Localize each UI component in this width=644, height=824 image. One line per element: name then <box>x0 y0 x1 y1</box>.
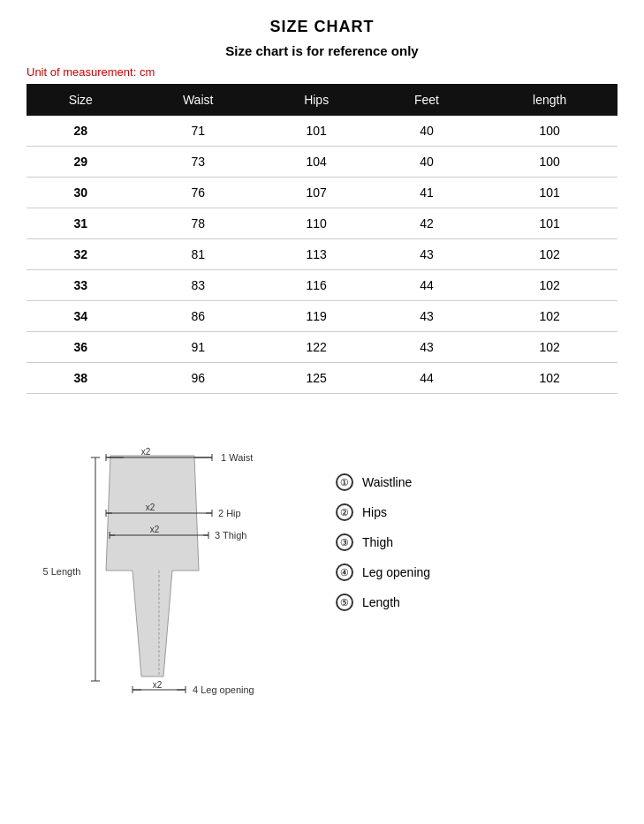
table-cell: 43 <box>372 239 482 270</box>
col-hips: Hips <box>261 84 372 116</box>
table-cell: 38 <box>27 363 135 394</box>
legend-item-1: ① Waistline <box>336 473 609 491</box>
table-cell: 73 <box>135 147 261 178</box>
table-cell: 86 <box>135 301 261 332</box>
legend-label-1: Waistline <box>362 475 412 489</box>
pants-diagram: x2 1 Waist x2 2 Hip x2 3 Thigh 5 Length <box>35 420 318 721</box>
legend-item-3: ③ Thigh <box>336 533 609 551</box>
page-title: SIZE CHART <box>27 18 617 36</box>
col-length: length <box>481 84 617 116</box>
table-cell: 102 <box>481 270 617 301</box>
table-row: 348611943102 <box>27 301 617 332</box>
table-cell: 44 <box>372 363 482 394</box>
table-row: 287110140100 <box>27 116 617 147</box>
table-cell: 100 <box>481 147 617 178</box>
table-cell: 100 <box>481 116 617 147</box>
diagram-section: x2 1 Waist x2 2 Hip x2 3 Thigh 5 Length <box>27 420 617 721</box>
table-cell: 96 <box>135 363 261 394</box>
svg-text:1 Waist: 1 Waist <box>221 452 253 463</box>
svg-text:x2: x2 <box>146 503 155 512</box>
table-cell: 101 <box>481 208 617 239</box>
legend-num-1: ① <box>336 473 353 491</box>
col-waist: Waist <box>135 84 261 116</box>
table-row: 328111343102 <box>27 239 617 270</box>
table-cell: 40 <box>372 116 482 147</box>
table-cell: 34 <box>27 301 135 332</box>
table-cell: 104 <box>261 147 372 178</box>
table-cell: 122 <box>261 332 372 363</box>
table-cell: 30 <box>27 178 135 208</box>
unit-label: Unit of measurement: cm <box>27 65 617 79</box>
legend-item-5: ⑤ Length <box>336 593 609 611</box>
table-cell: 102 <box>481 363 617 394</box>
table-cell: 31 <box>27 208 135 239</box>
col-feet: Feet <box>372 84 482 116</box>
table-cell: 32 <box>27 239 135 270</box>
legend-num-2: ② <box>336 503 353 521</box>
svg-text:5 Length: 5 Length <box>43 566 81 577</box>
svg-text:4 Leg opening: 4 Leg opening <box>193 684 254 695</box>
table-cell: 83 <box>135 270 261 301</box>
table-cell: 102 <box>481 332 617 363</box>
svg-text:x2: x2 <box>141 447 151 457</box>
col-size: Size <box>27 84 135 116</box>
table-row: 389612544102 <box>27 363 617 394</box>
svg-text:x2: x2 <box>153 680 163 690</box>
table-row: 317811042101 <box>27 208 617 239</box>
svg-text:3 Thigh: 3 Thigh <box>215 530 247 541</box>
table-cell: 42 <box>372 208 482 239</box>
table-cell: 71 <box>135 116 261 147</box>
table-cell: 116 <box>261 270 372 301</box>
legend-num-3: ③ <box>336 533 353 551</box>
table-cell: 33 <box>27 270 135 301</box>
table-cell: 43 <box>372 332 482 363</box>
table-cell: 28 <box>27 116 135 147</box>
table-header-row: Size Waist Hips Feet length <box>27 84 617 116</box>
table-row: 338311644102 <box>27 270 617 301</box>
legend-label-4: Leg opening <box>362 565 430 579</box>
table-cell: 102 <box>481 301 617 332</box>
legend: ① Waistline ② Hips ③ Thigh ④ Leg opening… <box>318 420 609 624</box>
svg-text:2 Hip: 2 Hip <box>218 508 241 518</box>
table-cell: 41 <box>372 178 482 208</box>
legend-item-2: ② Hips <box>336 503 609 521</box>
table-cell: 40 <box>372 147 482 178</box>
svg-text:x2: x2 <box>150 525 160 534</box>
size-chart-table: Size Waist Hips Feet length 287110140100… <box>27 84 617 394</box>
table-cell: 81 <box>135 239 261 270</box>
table-cell: 125 <box>261 363 372 394</box>
table-cell: 76 <box>135 178 261 208</box>
table-cell: 91 <box>135 332 261 363</box>
legend-label-2: Hips <box>362 505 387 519</box>
legend-label-5: Length <box>362 595 400 609</box>
table-row: 369112243102 <box>27 332 617 363</box>
table-cell: 78 <box>135 208 261 239</box>
legend-num-5: ⑤ <box>336 593 353 611</box>
table-cell: 101 <box>481 178 617 208</box>
table-cell: 36 <box>27 332 135 363</box>
table-cell: 101 <box>261 116 372 147</box>
table-row: 307610741101 <box>27 178 617 208</box>
table-cell: 102 <box>481 239 617 270</box>
table-cell: 119 <box>261 301 372 332</box>
legend-label-3: Thigh <box>362 535 393 549</box>
table-row: 297310440100 <box>27 147 617 178</box>
diagram-svg: x2 1 Waist x2 2 Hip x2 3 Thigh 5 Length <box>35 420 318 721</box>
legend-num-4: ④ <box>336 563 353 581</box>
table-cell: 110 <box>261 208 372 239</box>
table-cell: 113 <box>261 239 372 270</box>
legend-item-4: ④ Leg opening <box>336 563 609 581</box>
subtitle: Size chart is for reference only <box>27 43 617 58</box>
table-cell: 107 <box>261 178 372 208</box>
table-cell: 29 <box>27 147 135 178</box>
table-cell: 44 <box>372 270 482 301</box>
table-cell: 43 <box>372 301 482 332</box>
